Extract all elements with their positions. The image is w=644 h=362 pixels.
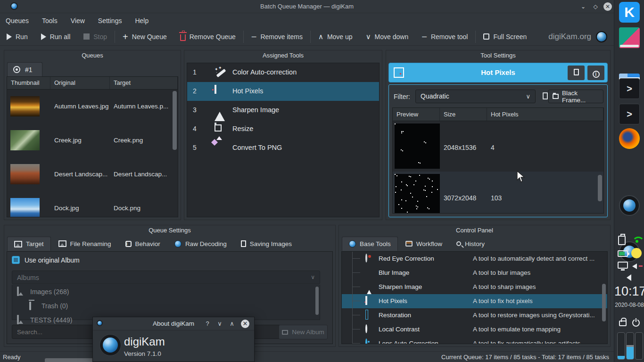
help-button[interactable]: ? bbox=[203, 320, 212, 328]
move-up-button[interactable]: ∧Move up bbox=[312, 28, 359, 45]
minimize-button[interactable]: ∨ bbox=[215, 320, 224, 328]
queue-row-dock[interactable]: Dock.jpg Dock.png bbox=[7, 191, 178, 217]
column-target[interactable]: Target bbox=[110, 77, 178, 89]
tool-name: Local Contrast bbox=[379, 326, 420, 333]
firefox-icon[interactable] bbox=[619, 128, 640, 149]
filter-select[interactable]: Quadratic ∨ bbox=[415, 90, 536, 103]
black-frame-row-1[interactable]: 2048x1536 4 bbox=[393, 121, 603, 172]
digikam-org-link[interactable]: digiKam.org bbox=[548, 31, 614, 42]
base-tool-hot-pixels[interactable]: Hot Pixels A tool to fix hot pixels bbox=[342, 294, 607, 308]
album-list-scrollbar[interactable] bbox=[315, 287, 319, 315]
base-tool-restoration[interactable]: Restoration A tool to restore images usi… bbox=[342, 308, 607, 322]
column-hot-pixels[interactable]: Hot Pixels bbox=[487, 108, 603, 121]
meter-bar-2 bbox=[626, 332, 634, 360]
document-icon[interactable] bbox=[543, 92, 548, 99]
run-all-button[interactable]: Run all bbox=[34, 28, 77, 45]
menu-view[interactable]: View bbox=[71, 17, 85, 25]
tab-history[interactable]: History bbox=[450, 237, 491, 251]
checkbox-checked-icon[interactable] bbox=[12, 256, 20, 264]
album-icon bbox=[17, 315, 19, 324]
tab-behavior[interactable]: iBehavior bbox=[119, 237, 167, 251]
stop-button[interactable]: Stop bbox=[77, 28, 114, 45]
base-tool-red-eye-correction[interactable]: Red Eye Correction A tool to automatical… bbox=[342, 252, 607, 266]
queue-row-creek[interactable]: Creek.jpg Creek.png bbox=[7, 123, 178, 157]
base-tool-lens-auto-correction[interactable]: Lens Auto-Correction A tool to fix autom… bbox=[342, 337, 607, 344]
use-original-album-row[interactable]: Use original Album bbox=[12, 256, 80, 264]
wifi-icon[interactable] bbox=[632, 237, 643, 247]
black-frame-row-2[interactable]: 3072x2048 103 bbox=[393, 172, 603, 214]
remove-items-button[interactable]: −Remove items bbox=[245, 28, 309, 45]
maximize-button[interactable]: ◇ bbox=[591, 2, 600, 11]
black-frame-preview bbox=[395, 174, 440, 214]
album-label: Images (268) bbox=[30, 288, 69, 296]
digikam-dock-icon[interactable] bbox=[619, 195, 640, 216]
menu-tools[interactable]: Tools bbox=[42, 17, 58, 25]
tab-saving-images[interactable]: Saving Images bbox=[234, 237, 298, 251]
base-tool-sharpen-image[interactable]: Sharpen Image A tool to sharp images bbox=[342, 280, 607, 294]
save-preset-button[interactable] bbox=[568, 66, 585, 80]
tool-info-button[interactable]: i bbox=[587, 66, 604, 80]
remove-queue-button[interactable]: Remove Queue bbox=[173, 28, 242, 45]
tab-workflow[interactable]: Workflow bbox=[399, 237, 449, 251]
clock[interactable]: 10:17 bbox=[614, 284, 644, 299]
date[interactable]: 2020-08-08 bbox=[614, 302, 644, 308]
column-preview[interactable]: Preview bbox=[393, 108, 440, 121]
tab-target[interactable]: Target bbox=[7, 237, 51, 251]
tab-base-tools[interactable]: Base Tools bbox=[342, 237, 398, 251]
display-settings-icon[interactable] bbox=[619, 27, 640, 48]
minus-icon: − bbox=[251, 34, 257, 39]
menu-queues[interactable]: Queues bbox=[6, 17, 29, 25]
close-button[interactable]: ✕ bbox=[603, 2, 612, 11]
queues-scrollbar[interactable] bbox=[173, 91, 177, 150]
thumbnail-autumn-leaves bbox=[10, 96, 40, 116]
display-icon[interactable] bbox=[618, 261, 628, 271]
power-icon[interactable] bbox=[632, 318, 643, 328]
assigned-tool-hot-pixels[interactable]: 2 Hot Pixels bbox=[187, 82, 379, 101]
assigned-tool-sharpen-image[interactable]: 3 Sharpen Image bbox=[187, 101, 379, 120]
albums-combobox[interactable]: Albums ∨ bbox=[12, 271, 320, 284]
assigned-tool-color-auto-correction[interactable]: 1 ✦✦· Color Auto-correction bbox=[187, 63, 379, 82]
column-size[interactable]: Size bbox=[440, 108, 487, 121]
queue-row-desert[interactable]: Desert Landscap... Desert Landscap... bbox=[7, 157, 178, 191]
maximize-button[interactable]: ∧ bbox=[228, 320, 236, 328]
hot-pixels-scrollbar[interactable] bbox=[598, 175, 602, 201]
menu-help[interactable]: Help bbox=[135, 17, 149, 25]
terminal-icon[interactable]: > bbox=[619, 104, 640, 124]
target-filename: Creek.png bbox=[114, 137, 143, 144]
tool-index: 2 bbox=[193, 87, 197, 95]
use-original-album-label: Use original Album bbox=[25, 256, 80, 264]
base-tool-local-contrast[interactable]: Local Contrast A tool to emulate tone ma… bbox=[342, 322, 607, 337]
album-item-trash[interactable]: Trash (0) bbox=[12, 299, 320, 313]
volume-muted-icon[interactable] bbox=[632, 262, 643, 272]
new-album-button[interactable]: New Album bbox=[279, 325, 328, 339]
move-down-button[interactable]: ∨Move down bbox=[359, 28, 415, 45]
terminal-icon[interactable]: > bbox=[619, 78, 640, 99]
assigned-tool-convert-to-png[interactable]: 5 Convert To PNG bbox=[187, 139, 379, 157]
base-tool-blur-image[interactable]: Blur Image A tool to blur images bbox=[342, 266, 607, 280]
tab-file-renaming[interactable]: File Renaming bbox=[52, 237, 118, 251]
lock-screen-icon[interactable] bbox=[619, 317, 629, 327]
album-item-images[interactable]: Images (268) bbox=[12, 285, 320, 299]
full-screen-button[interactable]: Full Screen bbox=[477, 28, 533, 45]
column-original[interactable]: Original bbox=[50, 77, 110, 89]
usb-device-icon[interactable] bbox=[618, 236, 628, 246]
minimize-button[interactable]: ⌄ bbox=[579, 2, 587, 11]
column-thumbnail[interactable]: Thumbnail bbox=[7, 77, 50, 89]
remove-tool-button[interactable]: −Remove tool bbox=[415, 28, 474, 45]
run-button[interactable]: Run bbox=[0, 28, 34, 45]
battery-icon[interactable] bbox=[618, 249, 628, 259]
close-icon[interactable]: ✕ bbox=[241, 320, 249, 328]
tab-raw-decoding[interactable]: Raw Decoding bbox=[168, 237, 233, 251]
queue-row-autumn[interactable]: Autumn Leaves.jpg Autumn Leaves.p... bbox=[7, 90, 178, 123]
black-frame-button[interactable]: Black Frame... bbox=[548, 90, 603, 103]
new-queue-button[interactable]: +New Queue bbox=[116, 28, 173, 45]
queue-items-table: Thumbnail Original Target Autumn Leaves.… bbox=[7, 76, 178, 217]
queue-tab-1[interactable]: #1 bbox=[7, 62, 42, 76]
assigned-tool-resize[interactable]: 4 Resize bbox=[187, 120, 379, 139]
base-tools-scrollbar[interactable] bbox=[602, 284, 606, 321]
tray-expander-icon[interactable] bbox=[627, 274, 637, 285]
brightness-icon[interactable] bbox=[631, 248, 642, 258]
kde-launcher-icon[interactable]: K bbox=[619, 2, 640, 23]
document-icon bbox=[574, 69, 579, 75]
menu-settings[interactable]: Settings bbox=[98, 17, 122, 25]
